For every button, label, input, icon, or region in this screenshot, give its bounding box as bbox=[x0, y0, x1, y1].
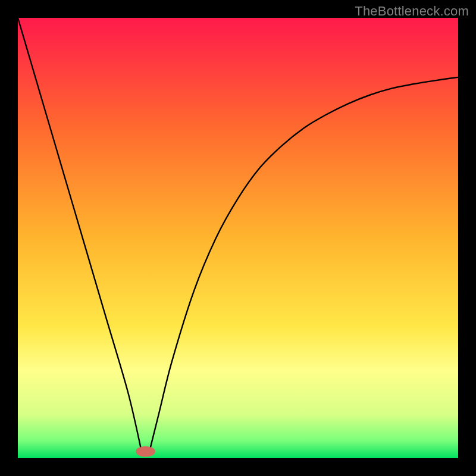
chart-svg bbox=[18, 18, 458, 458]
minimum-marker bbox=[136, 446, 155, 457]
chart-frame: TheBottleneck.com bbox=[0, 0, 476, 476]
watermark-text: TheBottleneck.com bbox=[355, 4, 469, 19]
gradient-background bbox=[18, 18, 458, 458]
plot-area bbox=[18, 18, 458, 458]
